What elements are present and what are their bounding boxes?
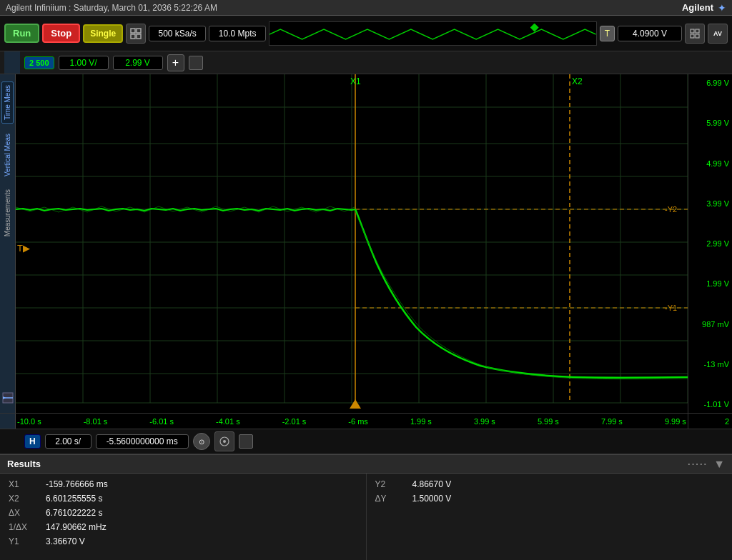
memory-display[interactable]: 10.0 Mpts xyxy=(209,26,266,41)
svg-text:T▶: T▶ xyxy=(17,243,30,254)
main-area: Time Meas Vertical Meas Measurements xyxy=(0,74,732,413)
x-label-8: 5.99 s xyxy=(538,417,559,426)
channel-icon[interactable] xyxy=(126,24,146,44)
h-badge: H xyxy=(24,434,41,449)
result-val-y2: 4.86670 V xyxy=(412,479,452,489)
x-label-right: 2 xyxy=(725,417,729,426)
channel-settings-button[interactable] xyxy=(189,56,203,70)
channel-row: 2 500 1.00 V/ 2.99 V + xyxy=(0,51,732,74)
result-val-dx: 6.761022222 s xyxy=(46,508,102,518)
results-dots: ····· xyxy=(688,459,708,469)
result-row-dx: ΔX 6.761022222 s xyxy=(9,508,357,518)
top-toolbar: Run Stop Single 500 kSa/s 10.0 Mpts T 4.… xyxy=(0,16,732,51)
y-label-0: 6.99 V xyxy=(691,79,729,87)
svg-rect-1 xyxy=(137,29,141,33)
svg-rect-3 xyxy=(137,34,141,39)
result-val-dy: 1.50000 V xyxy=(412,494,452,504)
time-scale-display[interactable]: 2.00 s/ xyxy=(45,434,92,449)
result-val-x2: 6.601255555 s xyxy=(46,494,102,504)
svg-marker-40 xyxy=(350,399,361,409)
trigger-voltage-display[interactable]: 4.0900 V xyxy=(618,26,682,41)
svg-rect-5 xyxy=(696,29,699,33)
bottom-toolbar: H 2.00 s/ -5.5600000000 ms ⊙ xyxy=(0,429,732,454)
result-row-y1: Y1 3.36670 V xyxy=(9,536,357,546)
channel-badge[interactable]: 2 500 xyxy=(24,56,54,69)
y-label-2: 4.99 V xyxy=(691,159,729,168)
time-offset-display[interactable]: -5.5600000000 ms xyxy=(96,434,189,449)
y-label-7: -13 mV xyxy=(691,360,729,369)
x-label-9: 7.99 s xyxy=(601,417,623,426)
x-label-4: -2.01 s xyxy=(282,417,307,426)
trigger-level-button[interactable] xyxy=(1,391,14,407)
x-label-1: -8.01 s xyxy=(84,417,108,426)
results-content: X1 -159.766666 ms X2 6.601255555 s ΔX 6.… xyxy=(0,474,732,560)
svg-rect-6 xyxy=(691,34,694,38)
sidebar-tab-vertical-meas[interactable]: Vertical Meas xyxy=(2,131,13,179)
channel-offset[interactable]: 2.99 V xyxy=(113,56,163,70)
result-key-x2: X2 xyxy=(9,494,37,504)
left-sidebar: Time Meas Vertical Meas Measurements xyxy=(0,74,16,413)
x-axis-left-spacer xyxy=(0,414,16,429)
results-expand-button[interactable]: ▼ xyxy=(713,458,725,471)
sidebar-tab-measurements[interactable]: Measurements xyxy=(2,186,13,239)
result-row-y2: Y2 4.86670 V xyxy=(375,479,724,489)
svg-text:-Y1: -Y1 xyxy=(665,304,677,312)
x-axis-labels: -10.0 s -8.01 s -6.01 s -4.01 s -2.01 s … xyxy=(16,414,688,429)
y-label-5: 1.99 V xyxy=(691,279,729,288)
result-key-1dx: 1/ΔX xyxy=(9,522,37,532)
x-label-2: -6.01 s xyxy=(149,417,174,426)
title-text: Agilent Infiniium : Saturday, March 01, … xyxy=(6,3,217,13)
results-header-controls: ····· ▼ xyxy=(688,458,725,471)
x-label-3: -4.01 s xyxy=(216,417,240,426)
trigger-area: T 4.0900 V AV xyxy=(600,24,728,44)
result-val-y1: 3.36670 V xyxy=(46,536,85,546)
results-title: Results xyxy=(7,459,41,469)
x-axis-right: 2 xyxy=(688,414,732,429)
y-label-6: 987 mV xyxy=(691,320,729,329)
x-label-7: 3.99 s xyxy=(474,417,495,426)
svg-text:X1: X1 xyxy=(350,76,361,86)
svg-rect-7 xyxy=(696,34,699,38)
result-row-x2: X2 6.601255555 s xyxy=(9,494,357,504)
av-icon[interactable]: AV xyxy=(708,24,728,44)
results-left: X1 -159.766666 ms X2 6.601255555 s ΔX 6.… xyxy=(0,474,366,560)
result-val-1dx: 147.90662 mHz xyxy=(46,522,107,532)
trigger-icon[interactable] xyxy=(685,24,705,44)
results-right: Y2 4.86670 V ΔY 1.50000 V xyxy=(366,474,733,560)
x-label-5: -6 ms xyxy=(348,417,368,426)
y-label-4: 2.99 V xyxy=(691,239,729,248)
lock-button[interactable]: ⊙ xyxy=(193,433,210,450)
result-row-1dx: 1/ΔX 147.90662 mHz xyxy=(9,522,357,532)
svg-text:-Y2: -Y2 xyxy=(665,205,677,214)
x-axis-row: -10.0 s -8.01 s -6.01 s -4.01 s -2.01 s … xyxy=(0,413,732,429)
brand-label: Agilent xyxy=(682,2,713,13)
svg-point-42 xyxy=(223,440,226,443)
svg-rect-2 xyxy=(131,34,135,39)
result-row-dy: ΔY 1.50000 V xyxy=(375,494,724,504)
timebase-settings-button[interactable] xyxy=(239,434,253,449)
single-button[interactable]: Single xyxy=(83,24,123,43)
y-label-3: 3.99 V xyxy=(691,199,729,208)
sidebar-tab-time-meas[interactable]: Time Meas xyxy=(1,81,14,124)
sidebar-top-spacer xyxy=(4,51,20,74)
trigger-t-label: T xyxy=(600,26,615,41)
channel-badge-text: 2 500 xyxy=(29,59,49,67)
brand-icon: ✦ xyxy=(718,2,726,14)
scope-svg: T▶ X1 X2 -Y2 -Y1 xyxy=(16,74,688,413)
x-label-6: 1.99 s xyxy=(410,417,432,426)
scope-container: T▶ X1 X2 -Y2 -Y1 xyxy=(16,74,688,413)
x-label-10: 9.99 s xyxy=(665,417,686,426)
y-label-8: -1.01 V xyxy=(691,400,729,409)
stop-button[interactable]: Stop xyxy=(42,24,80,43)
sample-rate-display[interactable]: 500 kSa/s xyxy=(149,26,206,41)
y-axis: 6.99 V 5.99 V 4.99 V 3.99 V 2.99 V 1.99 … xyxy=(688,74,732,413)
add-channel-button[interactable]: + xyxy=(167,54,184,71)
run-button[interactable]: Run xyxy=(4,24,39,43)
waveform-preview xyxy=(269,21,596,46)
result-key-x1: X1 xyxy=(9,479,37,489)
result-key-y1: Y1 xyxy=(9,536,37,546)
results-panel: Results ····· ▼ X1 -159.766666 ms X2 6.6… xyxy=(0,454,732,560)
fine-adjust-button[interactable] xyxy=(214,431,234,451)
channel-scale[interactable]: 1.00 V/ xyxy=(59,56,109,70)
y-label-1: 5.99 V xyxy=(691,119,729,127)
